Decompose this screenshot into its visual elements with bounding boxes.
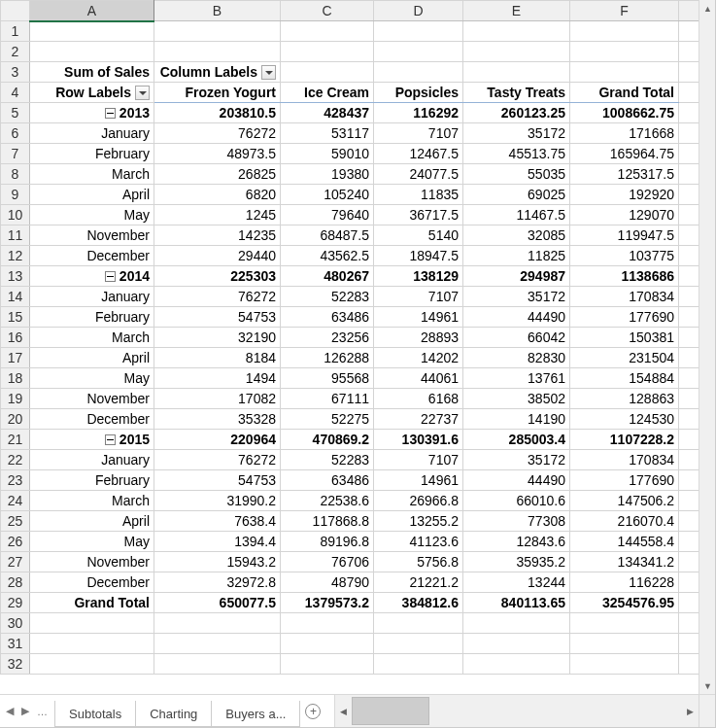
cell[interactable]	[679, 246, 699, 266]
pivot-value[interactable]: 29440	[154, 246, 281, 266]
tab-nav-buttons[interactable]: ◀ ▶ …	[0, 695, 54, 727]
cell[interactable]	[154, 21, 281, 42]
pivot-value[interactable]: 32190	[154, 328, 281, 348]
pivot-value[interactable]: 170834	[570, 287, 679, 307]
col-header-C[interactable]: C	[281, 1, 374, 21]
cell[interactable]	[374, 613, 463, 634]
pivot-value[interactable]: 76706	[281, 552, 374, 572]
pivot-value[interactable]: 69025	[463, 185, 570, 205]
pivot-value[interactable]: 13244	[463, 572, 570, 593]
pivot-value[interactable]: 11835	[374, 185, 463, 205]
hscroll-track[interactable]	[352, 695, 682, 727]
pivot-value[interactable]: 24077.5	[374, 164, 463, 185]
row-header-4[interactable]: 4	[1, 83, 30, 103]
pivot-month-label[interactable]: April	[30, 511, 154, 532]
cell[interactable]	[679, 62, 699, 83]
row-header-27[interactable]: 27	[1, 552, 30, 572]
pivot-month-label[interactable]: April	[30, 185, 154, 205]
pivot-value[interactable]: 35172	[463, 123, 570, 144]
pivot-value[interactable]: 36717.5	[374, 205, 463, 225]
pivot-month-label[interactable]: December	[30, 246, 154, 266]
tab-subtotals[interactable]: Subtotals	[54, 701, 136, 727]
pivot-year-label[interactable]: 2014	[30, 266, 154, 287]
tab-nav-prev-icon[interactable]: ◀	[6, 705, 14, 717]
cell[interactable]	[30, 654, 154, 675]
cell[interactable]	[374, 21, 463, 42]
pivot-value[interactable]: 1394.4	[154, 532, 281, 552]
cell[interactable]	[679, 450, 699, 470]
cell[interactable]	[679, 307, 699, 328]
cell[interactable]	[154, 42, 281, 62]
pivot-value[interactable]: 7107	[374, 450, 463, 470]
pivot-value[interactable]: 54753	[154, 307, 281, 328]
cell[interactable]	[463, 21, 570, 42]
pivot-value[interactable]: 35172	[463, 287, 570, 307]
pivot-value[interactable]: 165964.75	[570, 144, 679, 164]
pivot-value[interactable]: 76272	[154, 450, 281, 470]
pivot-month-label[interactable]: January	[30, 450, 154, 470]
cell[interactable]	[679, 225, 699, 246]
pivot-value[interactable]: 52283	[281, 450, 374, 470]
cell[interactable]	[570, 21, 679, 42]
pivot-value[interactable]: 12467.5	[374, 144, 463, 164]
pivot-value[interactable]: 21221.2	[374, 572, 463, 593]
cell[interactable]	[570, 634, 679, 654]
cell[interactable]	[570, 62, 679, 83]
pivot-value[interactable]: 35935.2	[463, 552, 570, 572]
cell[interactable]	[281, 634, 374, 654]
cell[interactable]	[463, 654, 570, 675]
pivot-value[interactable]: 124530	[570, 409, 679, 430]
pivot-value[interactable]: 15943.2	[154, 552, 281, 572]
scroll-right-arrow[interactable]: ▶	[682, 703, 699, 719]
pivot-value[interactable]: 48790	[281, 572, 374, 593]
pivot-month-label[interactable]: November	[30, 389, 154, 409]
row-header-14[interactable]: 14	[1, 287, 30, 307]
pivot-grand-total-value[interactable]: 384812.6	[374, 593, 463, 613]
pivot-value[interactable]: 14961	[374, 307, 463, 328]
cell[interactable]	[679, 613, 699, 634]
cell[interactable]	[679, 511, 699, 532]
pivot-grand-total-value[interactable]: 650077.5	[154, 593, 281, 613]
pivot-month-label[interactable]: March	[30, 491, 154, 511]
pivot-value[interactable]: 63486	[281, 470, 374, 491]
horizontal-scrollbar[interactable]: ◀ ▶	[334, 695, 715, 727]
pivot-value[interactable]: 22737	[374, 409, 463, 430]
pivot-value[interactable]: 231504	[570, 348, 679, 368]
row-header-25[interactable]: 25	[1, 511, 30, 532]
col-header-D[interactable]: D	[374, 1, 463, 21]
pivot-month-label[interactable]: December	[30, 572, 154, 593]
pivot-month-label[interactable]: May	[30, 368, 154, 389]
row-header-12[interactable]: 12	[1, 246, 30, 266]
cell[interactable]	[281, 613, 374, 634]
pivot-year-label[interactable]: 2013	[30, 103, 154, 123]
pivot-value[interactable]: 14202	[374, 348, 463, 368]
cell[interactable]	[570, 613, 679, 634]
row-header-1[interactable]: 1	[1, 21, 30, 42]
pivot-month-label[interactable]: February	[30, 144, 154, 164]
pivot-value[interactable]: 128863	[570, 389, 679, 409]
cell[interactable]	[679, 532, 699, 552]
cell[interactable]	[679, 552, 699, 572]
pivot-value[interactable]: 32972.8	[154, 572, 281, 593]
pivot-value[interactable]: 150381	[570, 328, 679, 348]
pivot-value[interactable]: 54753	[154, 470, 281, 491]
pivot-value[interactable]: 125317.5	[570, 164, 679, 185]
pivot-value[interactable]: 44490	[463, 470, 570, 491]
row-header-11[interactable]: 11	[1, 225, 30, 246]
pivot-month-label[interactable]: November	[30, 225, 154, 246]
pivot-grand-total-value[interactable]: 3254576.95	[570, 593, 679, 613]
cell[interactable]	[281, 42, 374, 62]
cell[interactable]	[679, 470, 699, 491]
pivot-month-label[interactable]: May	[30, 205, 154, 225]
cell[interactable]	[281, 21, 374, 42]
cell[interactable]	[679, 266, 699, 287]
pivot-value[interactable]: 1494	[154, 368, 281, 389]
cell[interactable]	[463, 613, 570, 634]
row-header-19[interactable]: 19	[1, 389, 30, 409]
row-header-32[interactable]: 32	[1, 654, 30, 675]
col-header-B[interactable]: B	[154, 1, 281, 21]
pivot-col-label[interactable]: Tasty Treats	[463, 83, 570, 103]
row-header-10[interactable]: 10	[1, 205, 30, 225]
pivot-col-label[interactable]: Grand Total	[570, 83, 679, 103]
row-header-28[interactable]: 28	[1, 572, 30, 593]
